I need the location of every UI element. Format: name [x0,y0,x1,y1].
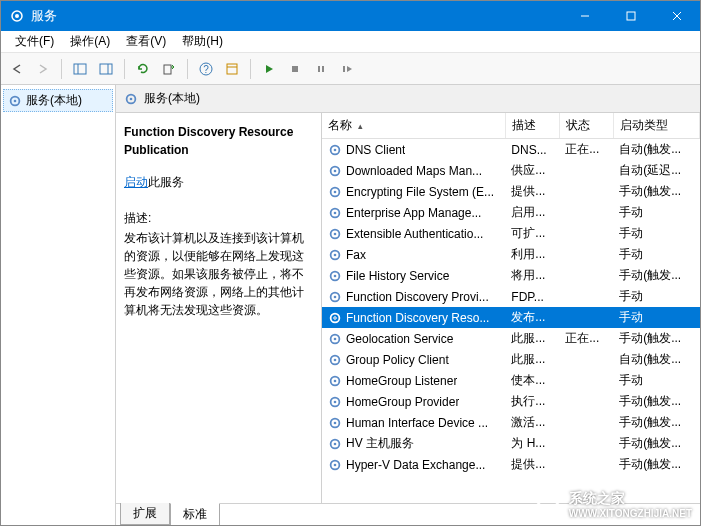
service-status [559,370,613,391]
separator [250,59,251,79]
gear-icon [124,92,138,106]
stop-service-button[interactable] [283,57,307,81]
gear-icon [328,143,342,157]
service-list[interactable]: 名称▴ 描述 状态 启动类型 DNS ClientDNS...正在...自动(触… [321,113,700,503]
service-status [559,307,613,328]
table-row[interactable]: Hyper-V Data Exchange...提供...手动(触发... [322,454,700,475]
gear-icon [328,269,342,283]
service-desc: 将用... [505,265,559,286]
back-button[interactable] [5,57,29,81]
table-row[interactable]: Group Policy Client此服...自动(触发... [322,349,700,370]
service-startup: 手动(触发... [613,391,699,412]
svg-point-34 [334,253,337,256]
table-row[interactable]: DNS ClientDNS...正在...自动(触发... [322,139,700,161]
service-name: Human Interface Device ... [346,416,488,430]
service-name: File History Service [346,269,449,283]
maximize-button[interactable] [608,1,654,31]
gear-icon [9,8,25,24]
service-status [559,181,613,202]
service-status [559,160,613,181]
gear-icon [328,353,342,367]
service-status [559,265,613,286]
svg-point-30 [334,211,337,214]
service-name: Enterprise App Manage... [346,206,481,220]
table-row[interactable]: Geolocation Service此服...正在...手动(触发... [322,328,700,349]
pause-service-button[interactable] [309,57,333,81]
svg-point-48 [334,400,337,403]
table-row[interactable]: Enterprise App Manage...启用...手动 [322,202,700,223]
menu-help[interactable]: 帮助(H) [174,31,231,52]
export-button[interactable] [157,57,181,81]
col-desc[interactable]: 描述 [505,113,559,139]
service-startup: 自动(延迟... [613,160,699,181]
properties-button[interactable] [220,57,244,81]
service-startup: 手动(触发... [613,181,699,202]
svg-point-54 [334,463,337,466]
menu-action[interactable]: 操作(A) [62,31,118,52]
bottom-tabs: 扩展 标准 [116,503,700,525]
service-name: Encrypting File System (E... [346,185,494,199]
service-status: 正在... [559,328,613,349]
col-startup[interactable]: 启动类型 [613,113,699,139]
help-button[interactable]: ? [194,57,218,81]
table-row[interactable]: Function Discovery Provi...FDP...手动 [322,286,700,307]
service-status [559,244,613,265]
svg-point-52 [334,442,337,445]
table-row[interactable]: Fax利用...手动 [322,244,700,265]
table-row[interactable]: Extensible Authenticatio...可扩...手动 [322,223,700,244]
service-desc: 激活... [505,412,559,433]
table-row[interactable]: HomeGroup Provider执行...手动(触发... [322,391,700,412]
separator [61,59,62,79]
service-desc: 利用... [505,244,559,265]
svg-point-26 [334,169,337,172]
tab-extended[interactable]: 扩展 [120,503,170,525]
table-row[interactable]: Encrypting File System (E...提供...手动(触发..… [322,181,700,202]
service-desc: 提供... [505,181,559,202]
show-hide-tree-button[interactable] [68,57,92,81]
start-service-button[interactable] [257,57,281,81]
restart-service-button[interactable] [335,57,359,81]
col-status[interactable]: 状态 [559,113,613,139]
service-startup: 手动(触发... [613,454,699,475]
detail-panel: Function Discovery Resource Publication … [116,113,321,503]
service-desc: 此服... [505,349,559,370]
svg-rect-16 [318,66,320,72]
service-desc: 此服... [505,328,559,349]
service-name: Hyper-V Data Exchange... [346,458,485,472]
table-row[interactable]: HomeGroup Listener使本...手动 [322,370,700,391]
table-row[interactable]: Function Discovery Reso...发布...手动 [322,307,700,328]
forward-button[interactable] [31,57,55,81]
service-name: Extensible Authenticatio... [346,227,483,241]
content-area: 服务(本地) 服务(本地) Function Discovery Resourc… [1,85,700,525]
show-hide-action-button[interactable] [94,57,118,81]
svg-point-28 [334,190,337,193]
tree-root-services[interactable]: 服务(本地) [3,89,113,112]
minimize-button[interactable] [562,1,608,31]
service-startup: 手动(触发... [613,412,699,433]
menu-file[interactable]: 文件(F) [7,31,62,52]
service-desc: 可扩... [505,223,559,244]
description-text: 发布该计算机以及连接到该计算机的资源，以便能够在网络上发现这些资源。如果该服务被… [124,229,313,319]
svg-point-20 [14,99,17,102]
gear-icon [328,290,342,304]
titlebar: 服务 [1,1,700,31]
start-link[interactable]: 启动 [124,175,148,189]
table-row[interactable]: Human Interface Device ...激活...手动(触发... [322,412,700,433]
col-name[interactable]: 名称▴ [322,113,505,139]
gear-icon [328,227,342,241]
gear-icon [328,395,342,409]
action-line: 启动此服务 [124,173,313,191]
close-button[interactable] [654,1,700,31]
menu-view[interactable]: 查看(V) [118,31,174,52]
tab-standard[interactable]: 标准 [170,503,220,526]
table-row[interactable]: HV 主机服务为 H...手动(触发... [322,433,700,454]
table-row[interactable]: Downloaded Maps Man...供应...自动(延迟... [322,160,700,181]
service-desc: 为 H... [505,433,559,454]
svg-text:?: ? [203,64,209,75]
table-row[interactable]: File History Service将用...手动(触发... [322,265,700,286]
main-pane: 服务(本地) Function Discovery Resource Publi… [116,85,700,525]
refresh-button[interactable] [131,57,155,81]
gear-icon [328,416,342,430]
svg-rect-3 [627,12,635,20]
service-status [559,286,613,307]
